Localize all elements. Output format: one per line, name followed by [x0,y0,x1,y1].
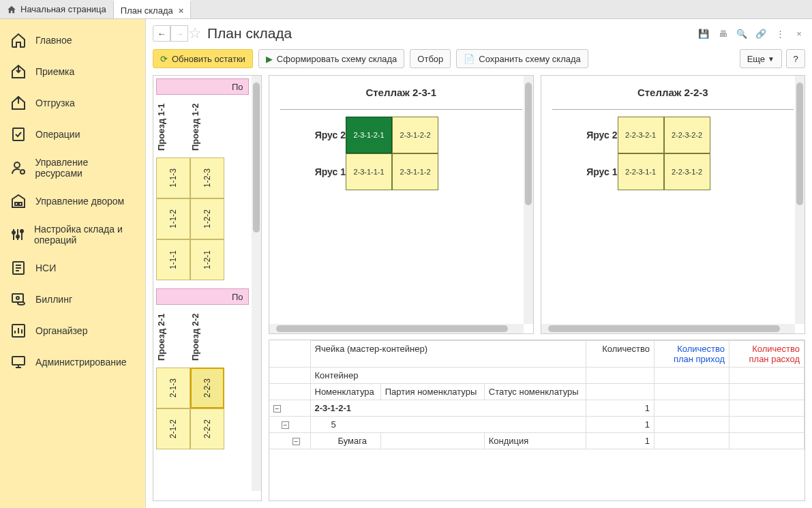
aisle-1-2-label: Проезд 1-2 [190,96,200,158]
details-table-panel: Ячейка (мастер-контейнер) Количество Кол… [269,340,805,501]
sidebar: Главное Приемка Отгрузка Операции Управл… [0,19,146,508]
tab-current[interactable]: План склада × [113,0,192,18]
home-icon [7,5,16,14]
favorite-icon[interactable]: ☆ [188,25,202,42]
rack-panel-right: Стеллаж 2-2-3 Ярус 2 2-2-3-2-1 2-2-3-2-2… [541,75,806,334]
sidebar-item-setup[interactable]: Настройка склада и операций [0,217,145,252]
svg-rect-0 [13,128,24,140]
cell-1-2-3[interactable]: 1-2-3 [190,158,224,198]
warehouse-icon [10,192,27,210]
table-row[interactable]: − 5 1 [269,417,805,433]
col-cell[interactable]: Ячейка (мастер-контейнер) [310,341,586,368]
scrollbar-vertical[interactable] [524,76,533,324]
svg-rect-4 [19,203,22,205]
rack-right-title: Стеллаж 2-2-3 [552,76,794,110]
cell-1-1-1[interactable]: 1-1-1 [156,239,190,280]
sidebar-item-yard[interactable]: Управление двором [0,185,145,217]
close-icon[interactable]: × [179,5,184,16]
svg-point-5 [12,231,15,234]
chevron-down-icon: ▼ [768,55,775,63]
sidebar-item-receiving[interactable]: Приемка [0,56,145,87]
aisle-2-1-label: Проезд 2-1 [156,306,166,368]
tab-home-label: Начальная страница [20,4,106,14]
rack-left-title: Стеллаж 2-3-1 [280,76,522,110]
sidebar-label: НСИ [35,263,56,273]
cell-2-3-1-1-2[interactable]: 2-3-1-1-2 [392,153,438,190]
tab-home[interactable]: Начальная страница [0,0,113,18]
col-qty[interactable]: Количество [586,341,655,368]
nav-back-button[interactable]: ← [153,25,170,42]
aisle-1-1-label: Проезд 1-1 [156,96,166,158]
col-container[interactable]: Контейнер [310,368,586,384]
col-qty-in[interactable]: Количество план приход [655,341,730,368]
sidebar-item-admin[interactable]: Администрирование [0,346,145,378]
col-qty-out[interactable]: Количество план расход [730,341,805,368]
cell-2-3-1-2-2[interactable]: 2-3-1-2-2 [392,117,438,153]
cell-1-2-1[interactable]: 1-2-1 [190,239,224,280]
tier1-label: Ярус 1 [277,153,346,190]
form-scheme-button[interactable]: ▶Сформировать схему склада [258,49,405,68]
collapse-icon[interactable]: − [282,421,289,429]
col-batch[interactable]: Партия номенклатуры [380,384,484,400]
cell-1-1-3[interactable]: 1-1-3 [156,158,190,198]
scrollbar-horizontal[interactable] [269,324,524,333]
cell-2-1-3[interactable]: 2-1-3 [156,368,190,408]
sidebar-label: Биллинг [35,294,72,305]
sliders-icon [10,226,26,243]
menu-icon[interactable]: ⋮ [774,29,786,39]
cell-2-2-3-2-1[interactable]: 2-2-3-2-1 [618,117,664,153]
collapse-icon[interactable]: − [292,438,300,445]
sidebar-item-operations[interactable]: Операции [0,119,145,150]
col-nomenclature[interactable]: Номенклатура [310,384,380,400]
preview-icon[interactable]: 🔍 [736,29,748,39]
warehouse-overview-pane: По Проезд 1-1Проезд 1-2 1-1-31-2-3 1-1-2… [153,75,262,501]
svg-point-10 [16,297,19,299]
sidebar-label: Органайзер [35,325,87,336]
filter-button[interactable]: Отбор [410,49,451,68]
sidebar-item-billing[interactable]: Биллинг [0,284,145,315]
cell-2-2-3[interactable]: 2-2-3 [190,368,224,408]
cell-1-1-2[interactable]: 1-1-2 [156,198,190,239]
cell-2-2-3-2-2[interactable]: 2-2-3-2-2 [664,117,710,153]
col-status[interactable]: Статус номенклатуры [484,384,586,400]
cell-2-2-3-1-1[interactable]: 2-2-3-1-1 [618,153,664,190]
more-button[interactable]: Еще▼ [740,49,782,68]
sidebar-label: Отгрузка [35,98,75,108]
disk-icon: 📄 [464,54,475,64]
cell-2-2-3-1-2[interactable]: 2-2-3-1-2 [664,153,710,190]
refresh-button[interactable]: ⟳Обновить остатки [153,49,253,68]
help-button[interactable]: ? [786,49,805,68]
close-page-icon[interactable]: × [793,29,805,39]
sidebar-item-main[interactable]: Главное [0,25,145,56]
save-scheme-button[interactable]: 📄Сохранить схему склада [456,49,588,68]
tab-current-label: План склада [121,5,173,16]
scrollbar-vertical[interactable] [252,76,261,491]
sidebar-label: Администрирование [35,357,127,368]
cell-2-3-1-1-1[interactable]: 2-3-1-1-1 [346,153,392,190]
cell-2-3-1-2-1[interactable]: 2-3-1-2-1 [346,117,392,153]
cell-1-2-2[interactable]: 1-2-2 [190,198,224,239]
cell-2-1-2[interactable]: 2-1-2 [156,408,190,449]
svg-rect-13 [12,357,25,365]
scrollbar-horizontal[interactable] [541,324,796,333]
sidebar-item-nsi[interactable]: НСИ [0,252,145,284]
refresh-icon: ⟳ [160,54,168,64]
cell-2-2-2[interactable]: 2-2-2 [190,408,224,449]
sidebar-item-resources[interactable]: Управление ресурсами [0,150,145,185]
table-row[interactable]: − 2-3-1-2-1 1 [269,400,805,417]
table-row[interactable]: − Бумага Кондиция 1 [269,433,805,449]
print-icon[interactable]: 🖶 [717,29,729,39]
check-icon [10,125,27,143]
page-title: План склада [207,25,292,42]
svg-point-7 [20,230,23,233]
svg-point-2 [20,170,25,174]
sidebar-item-shipping[interactable]: Отгрузка [0,87,145,119]
sidebar-item-organizer[interactable]: Органайзер [0,315,145,346]
chart-icon [10,322,27,340]
tier2-label: Ярус 2 [550,117,618,153]
link-icon[interactable]: 🔗 [755,29,767,39]
scrollbar-vertical[interactable] [795,76,805,324]
collapse-icon[interactable]: − [273,405,281,413]
save-icon[interactable]: 💾 [697,29,710,39]
nav-forward-button[interactable]: → [170,25,188,42]
